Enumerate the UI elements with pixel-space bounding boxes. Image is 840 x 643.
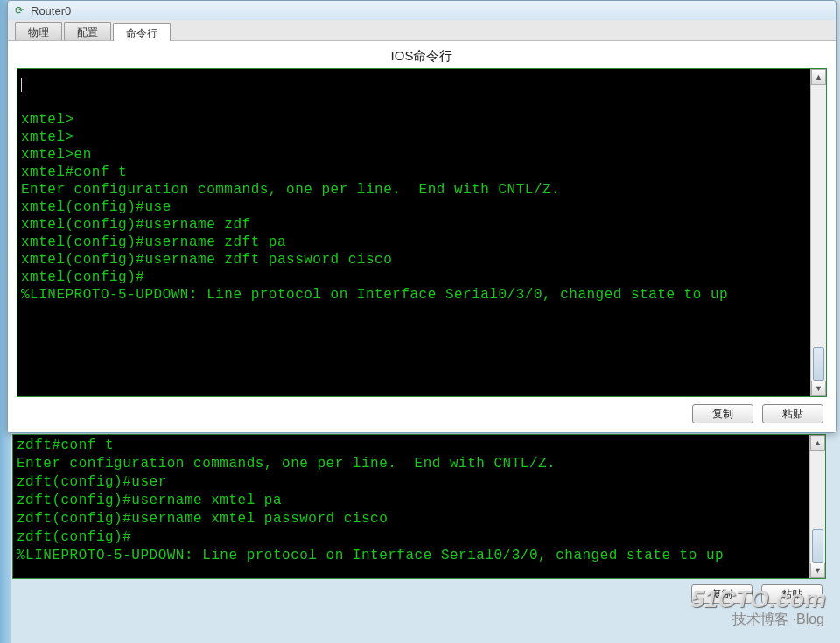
scroll-track[interactable] — [811, 85, 826, 381]
scroll-down-arrow-icon[interactable]: ▼ — [810, 563, 825, 578]
copy-button[interactable]: 复制 — [692, 404, 753, 423]
background-paste-button[interactable]: 粘贴 — [761, 584, 822, 604]
window-title: Router0 — [31, 4, 71, 17]
terminal-scrollbar[interactable]: ▲ ▼ — [810, 69, 826, 396]
terminal-frame: xmtel> xmtel> xmtel>en xmtel#conf t Ente… — [17, 68, 827, 397]
button-row: 复制 粘贴 — [10, 401, 834, 430]
panel-heading: IOS命令行 — [10, 43, 834, 68]
tab-cli[interactable]: 命令行 — [113, 23, 171, 41]
background-terminal-scrollbar[interactable]: ▲ ▼ — [809, 435, 825, 578]
background-terminal-output[interactable]: zdft#conf t Enter configuration commands… — [13, 435, 825, 578]
router-window: ⟳ Router0 物理 配置 命令行 IOS命令行 xmtel> xmtel>… — [7, 0, 836, 433]
terminal-cursor-icon — [21, 78, 22, 92]
terminal-output[interactable]: xmtel> xmtel> xmtel>en xmtel#conf t Ente… — [18, 69, 826, 396]
scroll-up-arrow-icon[interactable]: ▲ — [810, 435, 825, 451]
background-copy-button[interactable]: 复制 — [691, 584, 752, 604]
tab-config[interactable]: 配置 — [64, 22, 111, 40]
terminal-text: xmtel> xmtel> xmtel>en xmtel#conf t Ente… — [21, 112, 728, 303]
scroll-track[interactable] — [810, 451, 825, 563]
app-icon: ⟳ — [15, 4, 27, 17]
scroll-thumb[interactable] — [812, 529, 823, 563]
scroll-down-arrow-icon[interactable]: ▼ — [811, 381, 826, 396]
tab-physical[interactable]: 物理 — [15, 22, 62, 40]
tabstrip: 物理 配置 命令行 — [8, 20, 836, 41]
background-terminal-frame: zdft#conf t Enter configuration commands… — [12, 434, 826, 579]
background-router-panel: zdft#conf t Enter configuration commands… — [12, 434, 826, 618]
background-button-row: 复制 粘贴 — [12, 579, 826, 604]
scroll-up-arrow-icon[interactable]: ▲ — [811, 69, 826, 85]
cli-panel: IOS命令行 xmtel> xmtel> xmtel>en xmtel#conf… — [8, 41, 836, 432]
paste-button[interactable]: 粘贴 — [762, 404, 823, 423]
titlebar[interactable]: ⟳ Router0 — [8, 1, 836, 20]
scroll-thumb[interactable] — [813, 347, 824, 381]
